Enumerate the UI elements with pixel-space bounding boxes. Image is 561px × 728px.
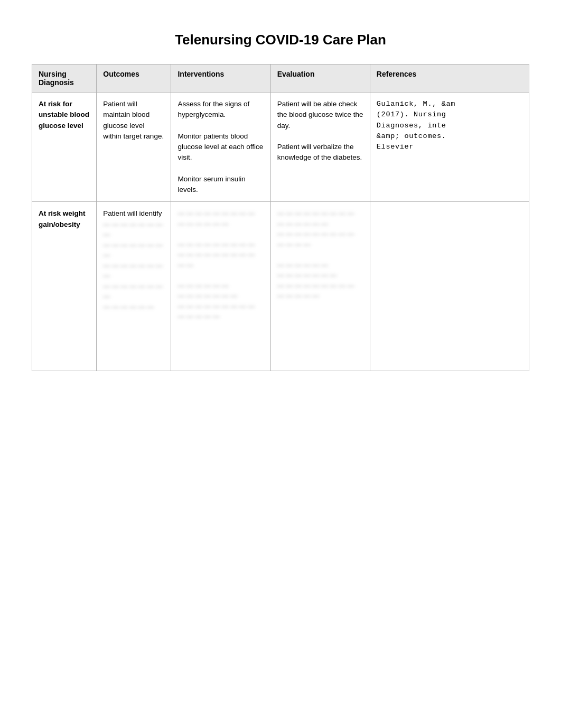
row2-outcomes: Patient will identify — — — — — — — — — … [97, 202, 171, 371]
table-row: At risk weight gain/obesity Patient will… [32, 202, 529, 371]
header-interventions: Interventions [171, 64, 270, 93]
row1-interventions: Assess for the signs of hyperglycemia. M… [171, 93, 270, 202]
row1-diagnosis: At risk for unstable blood glucose level [32, 93, 97, 202]
row2-evaluation: — — — — — — — — — — — — — — — — — — — — … [270, 202, 370, 371]
page-title: Telenursing COVID-19 Care Plan [32, 32, 529, 48]
row2-references [370, 202, 529, 371]
header-references: References [370, 64, 529, 93]
row1-references: Gulanick, M., &am (2017). Nursing Diagno… [370, 93, 529, 202]
table-row: At risk for unstable blood glucose level… [32, 93, 529, 202]
row1-evaluation: Patient will be able check the blood glu… [270, 93, 370, 202]
header-outcomes: Outcomes [97, 64, 171, 93]
row2-diagnosis: At risk weight gain/obesity [32, 202, 97, 371]
care-plan-table: Nursing Diagnosis Outcomes Interventions… [32, 64, 529, 371]
row2-interventions: — — — — — — — — — — — — — — — — — — — — … [171, 202, 270, 371]
header-diagnosis: Nursing Diagnosis [32, 64, 97, 93]
row1-outcomes: Patient will maintain blood glucose leve… [97, 93, 171, 202]
header-evaluation: Evaluation [270, 64, 370, 93]
